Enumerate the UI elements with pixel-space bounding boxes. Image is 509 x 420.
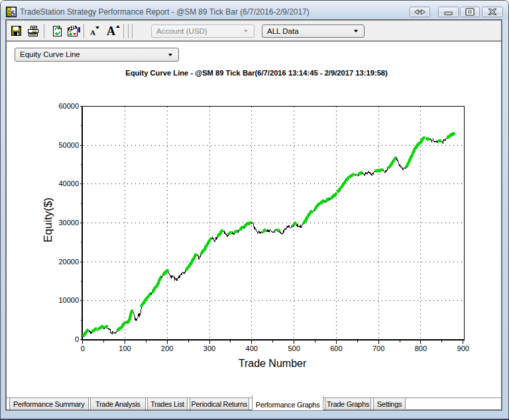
svg-text:700: 700 (372, 344, 384, 352)
svg-text:Trade Number: Trade Number (239, 358, 307, 369)
svg-text:0: 0 (81, 344, 85, 352)
svg-text:900: 900 (457, 344, 469, 352)
svg-text:60000: 60000 (58, 102, 79, 110)
svg-text:Equity($): Equity($) (42, 197, 54, 242)
svg-text:800: 800 (415, 344, 427, 352)
svg-text:300: 300 (203, 344, 215, 352)
svg-text:Equity Curve Line - @SM 89 Tic: Equity Curve Line - @SM 89 Tick Bar(6/7/… (125, 69, 388, 77)
svg-text:10000: 10000 (58, 296, 79, 304)
svg-text:100: 100 (119, 344, 131, 352)
svg-text:400: 400 (246, 344, 258, 352)
svg-text:50000: 50000 (58, 141, 79, 149)
svg-text:0: 0 (75, 335, 79, 343)
svg-text:600: 600 (330, 344, 342, 352)
svg-text:40000: 40000 (58, 180, 79, 187)
svg-text:20000: 20000 (58, 258, 79, 266)
svg-text:200: 200 (161, 344, 173, 352)
svg-text:500: 500 (288, 344, 300, 352)
svg-text:30000: 30000 (58, 219, 79, 227)
